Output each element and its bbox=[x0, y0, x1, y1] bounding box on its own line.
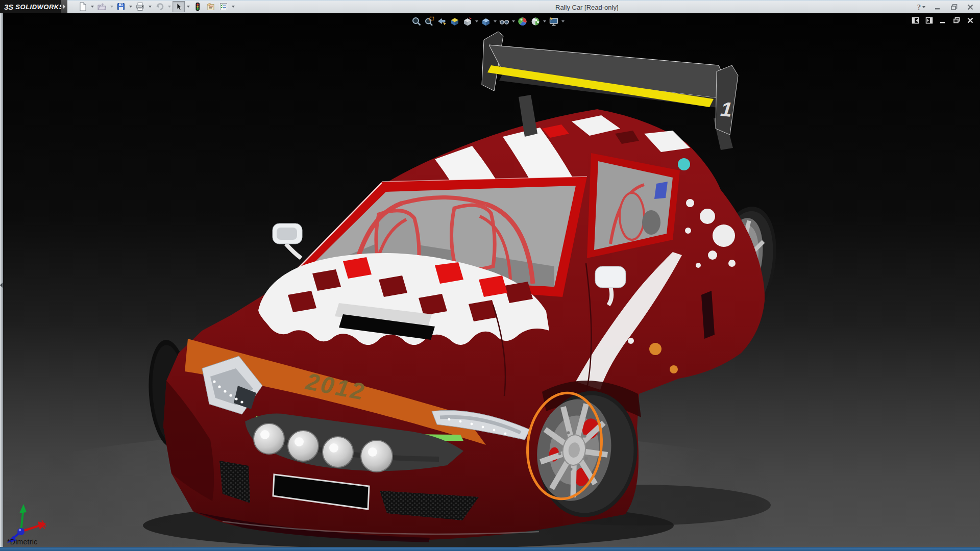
main-toolbar bbox=[77, 1, 236, 12]
view-settings-button[interactable] bbox=[548, 15, 560, 28]
restore-document-button[interactable] bbox=[952, 16, 961, 24]
select-tool-dropdown[interactable] bbox=[185, 1, 191, 12]
save-dropdown[interactable] bbox=[128, 1, 133, 12]
close-button[interactable] bbox=[964, 2, 977, 12]
help-dropdown-icon bbox=[922, 6, 925, 8]
select-tool-button[interactable] bbox=[173, 1, 185, 12]
save-button[interactable] bbox=[115, 1, 127, 12]
apply-scene-button[interactable] bbox=[529, 15, 542, 28]
logo-glyph: 3S bbox=[4, 3, 13, 11]
view-orientation-icon bbox=[462, 16, 473, 27]
bottom-edge-bar bbox=[0, 547, 980, 551]
print-icon bbox=[135, 2, 145, 11]
eyeglasses-icon bbox=[499, 16, 509, 27]
new-document-icon bbox=[78, 2, 87, 11]
design-note-button[interactable] bbox=[204, 1, 217, 12]
minimize-icon bbox=[934, 4, 941, 11]
restore-document-icon bbox=[953, 17, 961, 24]
minimize-document-button[interactable] bbox=[938, 16, 947, 24]
expand-left-pane-button[interactable] bbox=[911, 16, 920, 24]
document-pane-controls bbox=[911, 16, 975, 24]
cabin-light bbox=[678, 158, 690, 170]
close-document-button[interactable] bbox=[966, 16, 975, 24]
headsup-view-toolbar bbox=[410, 15, 566, 28]
expand-right-pane-button[interactable] bbox=[924, 16, 934, 24]
window-controls: ? bbox=[915, 1, 977, 14]
new-document-dropdown[interactable] bbox=[89, 1, 95, 12]
panel-splitter[interactable] bbox=[0, 13, 3, 547]
flyout-arrow-icon bbox=[63, 5, 65, 9]
zoom-to-fit-icon bbox=[411, 16, 422, 27]
rally-car-model[interactable]: 1 bbox=[0, 13, 980, 547]
undo-dropdown[interactable] bbox=[166, 1, 172, 12]
options-checklist-button[interactable] bbox=[217, 1, 230, 12]
title-bar: 3S SOLIDWORKS bbox=[0, 0, 980, 13]
edit-appearance-button[interactable] bbox=[517, 15, 529, 28]
triad-x-axis bbox=[21, 520, 46, 532]
save-floppy-icon bbox=[116, 2, 126, 11]
solidworks-logo: 3S SOLIDWORKS bbox=[0, 0, 61, 13]
view-orientation-button[interactable] bbox=[461, 15, 474, 28]
wing-number-decal: 1 bbox=[720, 97, 733, 121]
apply-scene-dropdown[interactable] bbox=[542, 15, 547, 28]
help-button[interactable]: ? bbox=[915, 2, 928, 12]
checklist-icon bbox=[219, 2, 228, 11]
open-document-button[interactable] bbox=[95, 1, 108, 12]
expand-right-pane-icon bbox=[925, 17, 933, 24]
close-icon bbox=[967, 4, 974, 11]
window-title: Rally Car [Read-only] bbox=[555, 1, 619, 14]
expand-left-pane-icon bbox=[912, 17, 919, 24]
restore-icon bbox=[950, 4, 958, 11]
view-settings-dropdown[interactable] bbox=[560, 15, 566, 28]
apply-scene-icon bbox=[530, 16, 541, 27]
view-settings-icon bbox=[549, 16, 559, 27]
select-cursor-icon bbox=[175, 2, 183, 11]
view-orientation-label: *Dimetric bbox=[7, 538, 37, 546]
restore-button[interactable] bbox=[947, 2, 961, 12]
section-view-button[interactable] bbox=[449, 15, 461, 28]
splitter-arrow-icon bbox=[0, 283, 3, 288]
open-document-dropdown[interactable] bbox=[109, 1, 114, 12]
display-style-icon bbox=[481, 16, 491, 27]
print-dropdown[interactable] bbox=[147, 1, 153, 12]
zoom-to-area-icon bbox=[424, 16, 434, 27]
display-style-dropdown[interactable] bbox=[493, 15, 498, 28]
undo-arrow-icon bbox=[155, 2, 164, 11]
logo-brand-text: SOLIDWORKS bbox=[15, 3, 64, 11]
minimize-document-icon bbox=[939, 17, 946, 24]
print-button[interactable] bbox=[134, 1, 146, 12]
appearance-sphere-icon bbox=[518, 16, 528, 27]
undo-button[interactable] bbox=[153, 1, 166, 12]
previous-view-icon bbox=[437, 16, 447, 27]
section-view-icon bbox=[450, 16, 460, 27]
close-document-icon bbox=[967, 17, 974, 24]
hide-show-items-dropdown[interactable] bbox=[511, 15, 516, 28]
graphics-viewport[interactable]: 1 bbox=[0, 13, 980, 547]
help-icon: ? bbox=[917, 3, 921, 12]
hide-show-items-button[interactable] bbox=[498, 15, 510, 28]
view-stoplight-button[interactable] bbox=[191, 1, 204, 12]
open-folder-icon bbox=[97, 2, 107, 11]
menu-flyout-button[interactable] bbox=[61, 0, 67, 13]
new-document-button[interactable] bbox=[77, 1, 89, 12]
previous-view-button[interactable] bbox=[436, 15, 448, 28]
triad-y-axis bbox=[19, 504, 27, 532]
options-dropdown[interactable] bbox=[230, 1, 236, 12]
view-orientation-dropdown[interactable] bbox=[474, 15, 479, 28]
display-style-button[interactable] bbox=[480, 15, 492, 28]
minimize-button[interactable] bbox=[931, 2, 944, 12]
zoom-to-area-button[interactable] bbox=[423, 15, 435, 28]
zoom-to-fit-button[interactable] bbox=[410, 15, 423, 28]
stoplight-icon bbox=[194, 2, 201, 11]
note-icon bbox=[206, 2, 215, 11]
